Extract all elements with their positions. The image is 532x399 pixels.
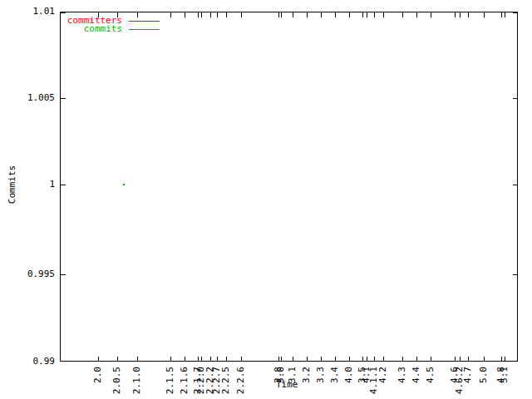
chart: Commits Time committerscommits 2.02.0.52… bbox=[0, 0, 532, 399]
x-tick-label-text: 4.3 bbox=[397, 367, 408, 383]
x-tick-label-text: 2.2.6 bbox=[235, 367, 247, 394]
y-tick-label: 1.005 bbox=[0, 91, 55, 105]
y-tick-mirror bbox=[513, 98, 518, 99]
y-tick-label: 1.01 bbox=[0, 5, 55, 18]
x-tick-mirror bbox=[468, 12, 469, 17]
y-tick-mirror bbox=[513, 274, 518, 275]
x-tick bbox=[226, 357, 227, 362]
x-tick bbox=[374, 357, 375, 362]
x-tick-label-text: 5.1 bbox=[499, 367, 510, 383]
x-tick bbox=[501, 357, 502, 362]
x-tick bbox=[431, 357, 431, 362]
x-tick-mirror bbox=[117, 12, 118, 17]
x-tick bbox=[460, 357, 461, 362]
x-tick-mirror bbox=[455, 12, 456, 17]
x-tick bbox=[201, 357, 202, 362]
x-tick-mirror bbox=[431, 12, 431, 17]
x-tick bbox=[198, 357, 199, 362]
x-tick-mirror bbox=[210, 12, 211, 17]
legend-label: commits bbox=[6, 23, 122, 35]
x-tick-mirror bbox=[170, 12, 171, 17]
y-tick-mirror bbox=[513, 361, 518, 362]
y-tick-mirror bbox=[513, 185, 518, 185]
y-tick bbox=[61, 185, 66, 185]
x-tick-mirror bbox=[349, 12, 350, 17]
x-tick-mirror bbox=[278, 12, 279, 17]
x-tick-mirror bbox=[416, 12, 417, 17]
legend-entry: commits bbox=[0, 23, 532, 35]
y-tick-label: 0.995 bbox=[0, 268, 55, 281]
x-tick-label-text: 4.7 bbox=[462, 367, 474, 383]
x-tick bbox=[117, 357, 118, 362]
x-tick bbox=[362, 357, 363, 362]
x-tick-label-text: 2.0.5 bbox=[111, 367, 123, 394]
x-tick-mirror bbox=[335, 12, 336, 17]
x-tick-mirror bbox=[505, 12, 505, 17]
x-tick bbox=[383, 357, 384, 362]
x-tick bbox=[278, 357, 279, 362]
x-tick-mirror bbox=[281, 12, 282, 17]
y-tick-label: 1 bbox=[0, 178, 55, 191]
data-point-commits bbox=[123, 184, 125, 185]
y-tick bbox=[61, 12, 66, 13]
legend-line-sample bbox=[129, 29, 160, 30]
x-tick-mirror bbox=[402, 12, 403, 17]
x-tick bbox=[416, 357, 417, 362]
y-tick bbox=[61, 274, 66, 275]
x-tick-label-text: 4.4 bbox=[411, 367, 422, 383]
x-tick bbox=[217, 357, 218, 362]
x-tick-mirror bbox=[241, 12, 242, 17]
x-tick-mirror bbox=[374, 12, 375, 17]
x-tick-mirror bbox=[367, 12, 367, 17]
x-tick bbox=[505, 357, 505, 362]
x-tick-mirror bbox=[362, 12, 363, 17]
x-tick bbox=[170, 357, 171, 362]
y-tick-label: 0.99 bbox=[0, 355, 55, 368]
y-tick bbox=[61, 98, 66, 99]
legend-line-sample bbox=[129, 21, 160, 22]
x-tick bbox=[137, 357, 138, 362]
x-tick bbox=[98, 357, 99, 362]
x-tick-mirror bbox=[307, 12, 308, 17]
x-tick-label-text: 2.0 bbox=[92, 367, 104, 383]
x-tick-mirror bbox=[137, 12, 138, 17]
y-tick bbox=[61, 361, 66, 362]
x-tick-mirror bbox=[217, 12, 218, 17]
x-tick bbox=[293, 357, 293, 362]
x-tick bbox=[468, 357, 469, 362]
x-tick-mirror bbox=[293, 12, 293, 17]
x-tick bbox=[349, 357, 350, 362]
x-tick bbox=[321, 357, 322, 362]
x-tick-label-text: 3.0 bbox=[275, 367, 287, 383]
x-tick bbox=[210, 357, 211, 362]
x-tick bbox=[455, 357, 456, 362]
x-tick bbox=[185, 357, 185, 362]
x-tick-mirror bbox=[201, 12, 202, 17]
x-tick-label-text: 2.2.5 bbox=[220, 367, 232, 394]
x-tick-label-text: 5.0 bbox=[478, 367, 490, 383]
x-tick-label-text: 2.1.6 bbox=[179, 367, 190, 394]
x-tick-mirror bbox=[321, 12, 322, 17]
x-tick-mirror bbox=[460, 12, 461, 17]
x-tick-label-text: 3.3 bbox=[315, 367, 327, 383]
x-tick-mirror bbox=[198, 12, 199, 17]
x-tick-mirror bbox=[98, 12, 99, 17]
x-tick-mirror bbox=[185, 12, 185, 17]
x-tick-label-text: 4.0 bbox=[343, 367, 355, 383]
x-tick bbox=[241, 357, 242, 362]
x-tick-label-text: 2.1.0 bbox=[131, 367, 143, 394]
plot-area bbox=[60, 12, 518, 362]
x-tick-label-text: 4.5 bbox=[425, 367, 436, 383]
x-tick-mirror bbox=[484, 12, 485, 17]
x-tick-label-text: 3.4 bbox=[329, 367, 341, 383]
x-tick bbox=[402, 357, 403, 362]
x-tick bbox=[484, 357, 485, 362]
x-tick bbox=[281, 357, 282, 362]
x-tick-label-text: 3.2 bbox=[301, 367, 313, 383]
x-tick bbox=[335, 357, 336, 362]
x-tick bbox=[367, 357, 367, 362]
x-tick-mirror bbox=[383, 12, 384, 17]
x-tick bbox=[307, 357, 308, 362]
x-tick-mirror bbox=[501, 12, 502, 17]
x-tick-label-text: 4.2 bbox=[377, 367, 389, 383]
